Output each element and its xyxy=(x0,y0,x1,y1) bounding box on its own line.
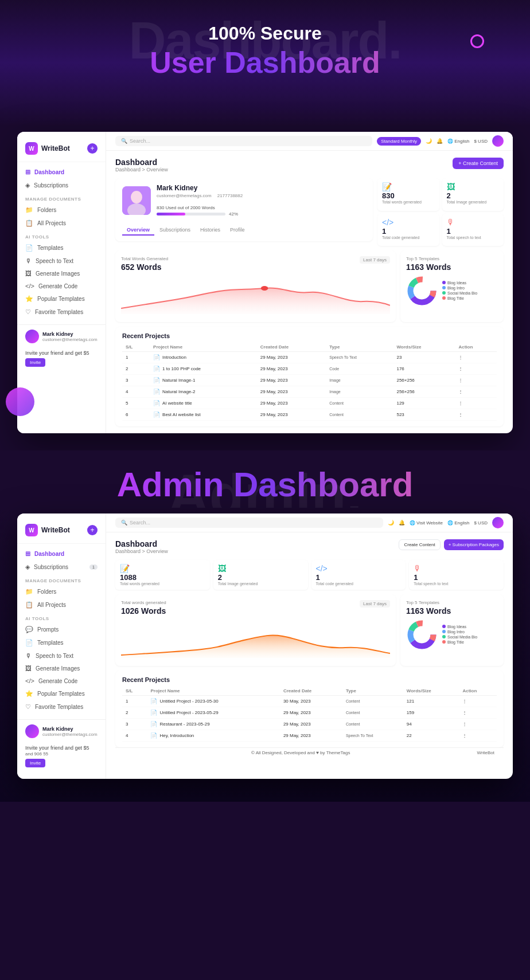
admin-sidebar-popular[interactable]: ⭐ Popular Templates xyxy=(17,687,106,700)
admin-col-size: Words/Size xyxy=(403,687,459,696)
admin-sidebar-speech[interactable]: 🎙 Speech to Text xyxy=(17,649,106,662)
cell-date: 29 May, 2023 xyxy=(257,363,326,375)
sidebar-item-subscriptions[interactable]: ◈ Subscriptions xyxy=(17,179,106,192)
cell-date: 29 May, 2023 xyxy=(257,409,326,421)
cell-type: Image xyxy=(326,375,393,386)
cell-action[interactable]: ⋮ xyxy=(455,386,497,398)
admin-stat-words-label: Total words generated xyxy=(120,582,205,586)
admin-stat-images-value: 2 xyxy=(218,573,303,582)
cell-date: 29 May, 2023 xyxy=(257,375,326,386)
admin-sidebar-prompts[interactable]: 💬 Prompts xyxy=(17,623,106,636)
admin-stat-code-value: 1 xyxy=(316,573,402,582)
sidebar-user-name: Mark Kidney xyxy=(42,331,98,337)
admin-create-button[interactable]: Create Content xyxy=(399,539,440,550)
admin-add-button[interactable]: + xyxy=(87,525,98,535)
invite-button[interactable]: Invite xyxy=(25,358,45,367)
sidebar-item-allprojects[interactable]: 📋 All Projects xyxy=(17,217,106,230)
tab-overview[interactable]: Overview xyxy=(122,225,154,236)
admin-sidebar-templates[interactable]: 📄 Templates xyxy=(17,636,106,649)
admin-sidebar-label: Subscriptions xyxy=(34,564,68,570)
table-row: 1 📄Introduction 29 May, 2023 Speech To T… xyxy=(122,352,497,363)
admin-search-bar[interactable]: 🔍 Search... xyxy=(115,518,383,528)
profile-name: Mark Kidney xyxy=(157,184,366,192)
sidebar-item-code[interactable]: </> Generate Code xyxy=(17,280,106,292)
admin-sidebar-dashboard[interactable]: ⊞ Dashboard xyxy=(17,547,106,560)
admin-subscription-button[interactable]: + Subscription Packages xyxy=(444,539,504,550)
cell-action[interactable]: ⋮ xyxy=(455,375,497,386)
cell-action[interactable]: ⋮ xyxy=(459,707,497,719)
admin-popular-icon: ⭐ xyxy=(25,690,33,697)
sidebar-item-dashboard[interactable]: ⊞ Dashboard xyxy=(17,166,106,179)
tab-profile[interactable]: Profile xyxy=(225,225,250,236)
sidebar-item-templates[interactable]: 📄 Templates xyxy=(17,241,106,254)
sidebar-item-images[interactable]: 🖼 Generate Images xyxy=(17,267,106,280)
admin-sidebar-email: customer@themetags.com xyxy=(42,732,98,737)
sidebar-add-button[interactable]: + xyxy=(87,143,98,154)
sidebar-user-section: Mark Kidney customer@themetags.com xyxy=(17,324,106,348)
sidebar-item-favorites[interactable]: ♡ Favorite Templates xyxy=(17,305,106,319)
cell-size: 129 xyxy=(393,398,455,409)
top-bar-avatar[interactable] xyxy=(492,135,504,147)
sidebar-item-speech[interactable]: 🎙 Speech to Text xyxy=(17,254,106,267)
cell-sl: 1 xyxy=(122,696,147,707)
progress-pct: 42% xyxy=(229,211,238,217)
admin-sidebar-subscriptions[interactable]: ◈ Subscriptions 1 xyxy=(17,560,106,574)
logo-text: WriteBot xyxy=(41,144,70,152)
tab-histories[interactable]: Histories xyxy=(196,225,225,236)
admin-sidebar-label: Generate Images xyxy=(36,665,80,672)
sidebar-item-popular[interactable]: ⭐ Popular Templates xyxy=(17,292,106,305)
logo-icon: W xyxy=(25,142,38,155)
charts-row: Total Words Generated 652 Words Last 7 d… xyxy=(115,250,504,322)
recent-projects-table: Recent Projects S/L Project Name Created… xyxy=(115,327,504,426)
images-icon: 🖼 xyxy=(25,270,32,277)
user-dashboard-card: W WriteBot + ⊞ Dashboard ◈ Subscriptions… xyxy=(17,132,513,433)
cell-action[interactable]: ⋮ xyxy=(459,730,497,742)
admin-sidebar-images[interactable]: 🖼 Generate Images xyxy=(17,662,106,675)
lang-label: 🌐 English xyxy=(447,139,469,144)
cell-action[interactable]: ⋮ xyxy=(455,352,497,363)
plan-badge: Standard Monthly xyxy=(377,137,421,146)
admin-sidebar-folders[interactable]: 📁 Folders xyxy=(17,585,106,598)
sidebar-item-folders[interactable]: 📁 Folders xyxy=(17,203,106,217)
cell-action[interactable]: ⋮ xyxy=(455,363,497,375)
admin-stats-grid: 📝 1088 Total words generated 🖼 2 Total I… xyxy=(115,560,504,590)
admin-moon-icon: 🌙 xyxy=(388,520,394,526)
dashboard-icon: ⊞ xyxy=(25,168,30,176)
currency-label: $ USD xyxy=(474,139,488,144)
admin-top-bar: 🔍 Search... 🌙 🔔 🌐 Visit Website 🌐 Englis… xyxy=(106,513,513,532)
cell-type: Content xyxy=(342,696,403,707)
cell-action[interactable]: ⋮ xyxy=(459,719,497,730)
create-content-button[interactable]: + Create Content xyxy=(453,158,504,169)
admin-pie-title: Top 5 Templates xyxy=(406,600,498,605)
cell-action[interactable]: ⋮ xyxy=(459,696,497,707)
admin-legend-blog-title: Blog Title xyxy=(442,640,477,644)
hero-section: Dashboard. 100% Secure User Dashboard xyxy=(0,0,530,126)
search-bar[interactable]: 🔍 Search... xyxy=(115,136,372,146)
sidebar-item-label: Popular Templates xyxy=(37,296,85,302)
col-sl: S/L xyxy=(122,343,150,352)
admin-wave-chart-svg xyxy=(121,618,390,658)
admin-pie-container: Blog Ideas Blog Intro Social Media Bio xyxy=(406,619,498,650)
legend-label: Blog Title xyxy=(447,296,464,300)
admin-sidebar-label: Generate Code xyxy=(38,678,77,684)
page-area: Dashboard Dashboard > Overview + Create … xyxy=(106,151,513,433)
admin-logo-icon: W xyxy=(25,524,38,536)
stat-images-value: 2 xyxy=(447,191,500,200)
tab-subscriptions[interactable]: Subscriptions xyxy=(155,225,195,236)
admin-projects-table: S/L Project Name Created Date Type Words… xyxy=(122,687,497,742)
cell-action[interactable]: ⋮ xyxy=(455,398,497,409)
admin-invite-button[interactable]: Invite xyxy=(25,759,45,767)
admin-sidebar-code[interactable]: </> Generate Code xyxy=(17,675,106,687)
cell-sl: 1 xyxy=(122,352,150,363)
admin-sidebar-allprojects[interactable]: 📋 All Projects xyxy=(17,598,106,611)
admin-visit-website[interactable]: 🌐 Visit Website xyxy=(410,520,443,526)
admin-images-stat-icon: 🖼 xyxy=(218,564,303,573)
ai-tools-label: AI TOOLS xyxy=(17,230,106,241)
admin-pie-legend: Blog Ideas Blog Intro Social Media Bio xyxy=(442,625,477,645)
pie-legend: Blog Ideas Blog Intro Social Media Bio xyxy=(442,281,477,301)
chart-period: Last 7 days xyxy=(360,256,390,264)
admin-top-avatar[interactable] xyxy=(492,517,504,528)
admin-sidebar-favorites[interactable]: ♡ Favorite Templates xyxy=(17,700,106,714)
progress-text: 830 Used out of 2000 Words xyxy=(157,205,215,210)
cell-action[interactable]: ⋮ xyxy=(455,409,497,421)
